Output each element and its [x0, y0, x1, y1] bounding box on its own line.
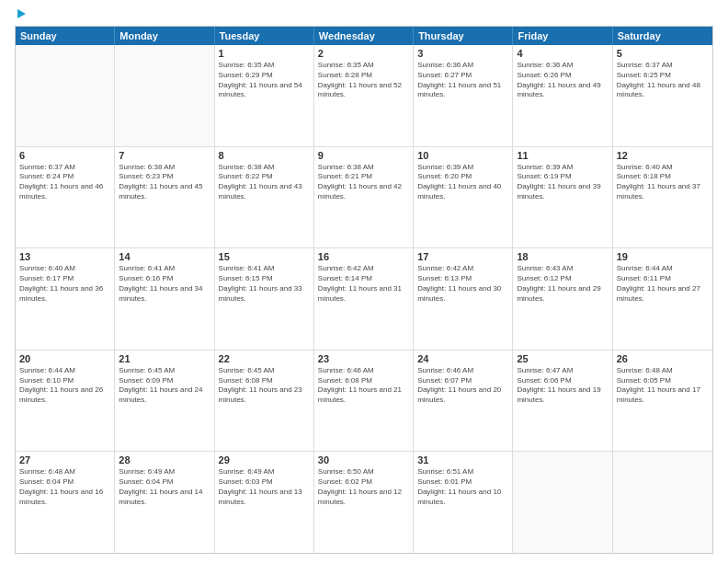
day-content: Sunrise: 6:41 AM Sunset: 6:16 PM Dayligh…	[119, 264, 210, 304]
day-number: 2	[318, 48, 409, 59]
day-number: 9	[318, 150, 409, 161]
calendar-day-cell: 15Sunrise: 6:41 AM Sunset: 6:15 PM Dayli…	[215, 248, 314, 350]
calendar-week-row: 13Sunrise: 6:40 AM Sunset: 6:17 PM Dayli…	[16, 247, 712, 350]
day-number: 10	[417, 150, 508, 161]
calendar-header-day: Monday	[115, 27, 214, 45]
calendar-day-cell: 1Sunrise: 6:35 AM Sunset: 6:29 PM Daylig…	[215, 45, 314, 146]
day-content: Sunrise: 6:48 AM Sunset: 6:05 PM Dayligh…	[617, 366, 709, 406]
day-number: 13	[19, 251, 110, 262]
day-content: Sunrise: 6:37 AM Sunset: 6:25 PM Dayligh…	[617, 61, 709, 100]
calendar-day-cell: 31Sunrise: 6:51 AM Sunset: 6:01 PM Dayli…	[414, 452, 513, 553]
day-number: 20	[19, 353, 110, 364]
calendar-day-cell: 18Sunrise: 6:43 AM Sunset: 6:12 PM Dayli…	[513, 248, 612, 350]
day-number: 23	[318, 353, 409, 364]
calendar-day-cell: 14Sunrise: 6:41 AM Sunset: 6:16 PM Dayli…	[115, 248, 214, 350]
page-header	[15, 11, 713, 18]
day-content: Sunrise: 6:37 AM Sunset: 6:24 PM Dayligh…	[19, 163, 110, 202]
calendar-day-cell: 27Sunrise: 6:48 AM Sunset: 6:04 PM Dayli…	[16, 452, 115, 553]
day-number: 24	[417, 353, 508, 364]
day-number: 6	[19, 150, 110, 161]
day-content: Sunrise: 6:39 AM Sunset: 6:19 PM Dayligh…	[517, 163, 608, 202]
day-number: 18	[517, 251, 608, 262]
day-content: Sunrise: 6:40 AM Sunset: 6:17 PM Dayligh…	[19, 264, 110, 304]
day-content: Sunrise: 6:44 AM Sunset: 6:11 PM Dayligh…	[617, 264, 709, 304]
day-number: 26	[617, 353, 709, 364]
day-content: Sunrise: 6:38 AM Sunset: 6:23 PM Dayligh…	[119, 163, 210, 202]
day-content: Sunrise: 6:46 AM Sunset: 6:08 PM Dayligh…	[318, 366, 409, 406]
day-content: Sunrise: 6:42 AM Sunset: 6:13 PM Dayligh…	[417, 264, 508, 304]
day-number: 17	[417, 251, 508, 262]
day-content: Sunrise: 6:50 AM Sunset: 6:02 PM Dayligh…	[318, 467, 409, 507]
day-content: Sunrise: 6:49 AM Sunset: 6:03 PM Dayligh…	[219, 467, 310, 507]
calendar-header-day: Thursday	[414, 27, 513, 45]
calendar-week-row: 20Sunrise: 6:44 AM Sunset: 6:10 PM Dayli…	[16, 350, 712, 452]
calendar-day-cell: 17Sunrise: 6:42 AM Sunset: 6:13 PM Dayli…	[414, 248, 513, 350]
day-number: 25	[517, 353, 608, 364]
day-content: Sunrise: 6:35 AM Sunset: 6:29 PM Dayligh…	[219, 61, 310, 100]
day-content: Sunrise: 6:40 AM Sunset: 6:18 PM Dayligh…	[617, 163, 709, 202]
calendar-day-cell: 22Sunrise: 6:45 AM Sunset: 6:08 PM Dayli…	[215, 350, 314, 452]
calendar-day-cell: 13Sunrise: 6:40 AM Sunset: 6:17 PM Dayli…	[16, 248, 115, 350]
day-content: Sunrise: 6:41 AM Sunset: 6:15 PM Dayligh…	[219, 264, 310, 304]
day-number: 15	[219, 251, 310, 262]
calendar-day-cell: 2Sunrise: 6:35 AM Sunset: 6:28 PM Daylig…	[314, 45, 414, 146]
calendar: SundayMondayTuesdayWednesdayThursdayFrid…	[15, 26, 713, 554]
calendar-day-cell: 4Sunrise: 6:36 AM Sunset: 6:26 PM Daylig…	[513, 45, 612, 146]
calendar-day-cell: 11Sunrise: 6:39 AM Sunset: 6:19 PM Dayli…	[513, 147, 612, 248]
calendar-day-cell	[115, 45, 214, 146]
calendar-header: SundayMondayTuesdayWednesdayThursdayFrid…	[16, 27, 712, 45]
day-content: Sunrise: 6:43 AM Sunset: 6:12 PM Dayligh…	[517, 264, 608, 304]
day-number: 21	[119, 353, 210, 364]
day-number: 27	[19, 454, 110, 465]
day-number: 22	[219, 353, 310, 364]
day-content: Sunrise: 6:36 AM Sunset: 6:27 PM Dayligh…	[417, 61, 508, 100]
day-content: Sunrise: 6:42 AM Sunset: 6:14 PM Dayligh…	[318, 264, 409, 304]
day-number: 28	[119, 454, 210, 465]
day-number: 1	[219, 48, 310, 59]
day-number: 8	[219, 150, 310, 161]
calendar-week-row: 6Sunrise: 6:37 AM Sunset: 6:24 PM Daylig…	[16, 146, 712, 248]
calendar-day-cell: 23Sunrise: 6:46 AM Sunset: 6:08 PM Dayli…	[314, 350, 414, 452]
day-content: Sunrise: 6:36 AM Sunset: 6:26 PM Dayligh…	[517, 61, 608, 100]
calendar-header-day: Sunday	[16, 27, 115, 45]
logo-arrow-icon	[17, 9, 26, 18]
page-container: SundayMondayTuesdayWednesdayThursdayFrid…	[0, 0, 728, 563]
calendar-day-cell: 6Sunrise: 6:37 AM Sunset: 6:24 PM Daylig…	[16, 147, 115, 248]
day-number: 7	[119, 150, 210, 161]
day-content: Sunrise: 6:38 AM Sunset: 6:21 PM Dayligh…	[318, 163, 409, 202]
day-content: Sunrise: 6:45 AM Sunset: 6:08 PM Dayligh…	[219, 366, 310, 406]
calendar-day-cell: 5Sunrise: 6:37 AM Sunset: 6:25 PM Daylig…	[613, 45, 712, 146]
calendar-header-day: Wednesday	[314, 27, 414, 45]
day-number: 31	[417, 454, 508, 465]
calendar-day-cell: 28Sunrise: 6:49 AM Sunset: 6:04 PM Dayli…	[115, 452, 214, 553]
day-content: Sunrise: 6:38 AM Sunset: 6:22 PM Dayligh…	[219, 163, 310, 202]
calendar-day-cell: 30Sunrise: 6:50 AM Sunset: 6:02 PM Dayli…	[314, 452, 414, 553]
calendar-day-cell: 8Sunrise: 6:38 AM Sunset: 6:22 PM Daylig…	[215, 147, 314, 248]
calendar-header-day: Friday	[513, 27, 612, 45]
day-number: 29	[219, 454, 310, 465]
calendar-day-cell: 26Sunrise: 6:48 AM Sunset: 6:05 PM Dayli…	[613, 350, 712, 452]
calendar-day-cell: 10Sunrise: 6:39 AM Sunset: 6:20 PM Dayli…	[414, 147, 513, 248]
day-number: 14	[119, 251, 210, 262]
day-content: Sunrise: 6:46 AM Sunset: 6:07 PM Dayligh…	[417, 366, 508, 406]
calendar-day-cell: 29Sunrise: 6:49 AM Sunset: 6:03 PM Dayli…	[215, 452, 314, 553]
day-number: 11	[517, 150, 608, 161]
day-number: 19	[617, 251, 709, 262]
calendar-day-cell: 20Sunrise: 6:44 AM Sunset: 6:10 PM Dayli…	[16, 350, 115, 452]
calendar-day-cell	[513, 452, 612, 553]
calendar-day-cell	[16, 45, 115, 146]
calendar-day-cell: 25Sunrise: 6:47 AM Sunset: 6:06 PM Dayli…	[513, 350, 612, 452]
calendar-week-row: 1Sunrise: 6:35 AM Sunset: 6:29 PM Daylig…	[16, 45, 712, 146]
calendar-day-cell: 7Sunrise: 6:38 AM Sunset: 6:23 PM Daylig…	[115, 147, 214, 248]
calendar-day-cell: 9Sunrise: 6:38 AM Sunset: 6:21 PM Daylig…	[314, 147, 414, 248]
day-content: Sunrise: 6:39 AM Sunset: 6:20 PM Dayligh…	[417, 163, 508, 202]
calendar-header-day: Saturday	[613, 27, 712, 45]
calendar-week-row: 27Sunrise: 6:48 AM Sunset: 6:04 PM Dayli…	[16, 451, 712, 553]
day-number: 5	[617, 48, 709, 59]
day-content: Sunrise: 6:51 AM Sunset: 6:01 PM Dayligh…	[417, 467, 508, 507]
day-number: 3	[417, 48, 508, 59]
day-content: Sunrise: 6:44 AM Sunset: 6:10 PM Dayligh…	[19, 366, 110, 406]
calendar-body: 1Sunrise: 6:35 AM Sunset: 6:29 PM Daylig…	[16, 45, 712, 553]
day-content: Sunrise: 6:45 AM Sunset: 6:09 PM Dayligh…	[119, 366, 210, 406]
calendar-day-cell: 19Sunrise: 6:44 AM Sunset: 6:11 PM Dayli…	[613, 248, 712, 350]
